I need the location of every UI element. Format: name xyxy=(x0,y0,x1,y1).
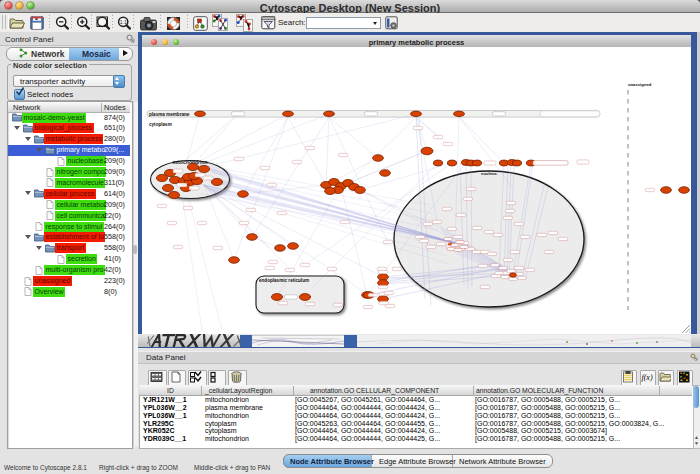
svg-text:1:1: 1:1 xyxy=(120,19,127,25)
svg-text:f(x): f(x) xyxy=(641,373,652,382)
svg-text:unassigned: unassigned xyxy=(628,82,652,87)
svg-text:plasma membrane: plasma membrane xyxy=(149,112,190,117)
svg-text:nucleus: nucleus xyxy=(481,171,497,176)
svg-text:cytoplasm: cytoplasm xyxy=(149,122,172,127)
svg-text:endoplasmic reticulum: endoplasmic reticulum xyxy=(259,278,309,283)
